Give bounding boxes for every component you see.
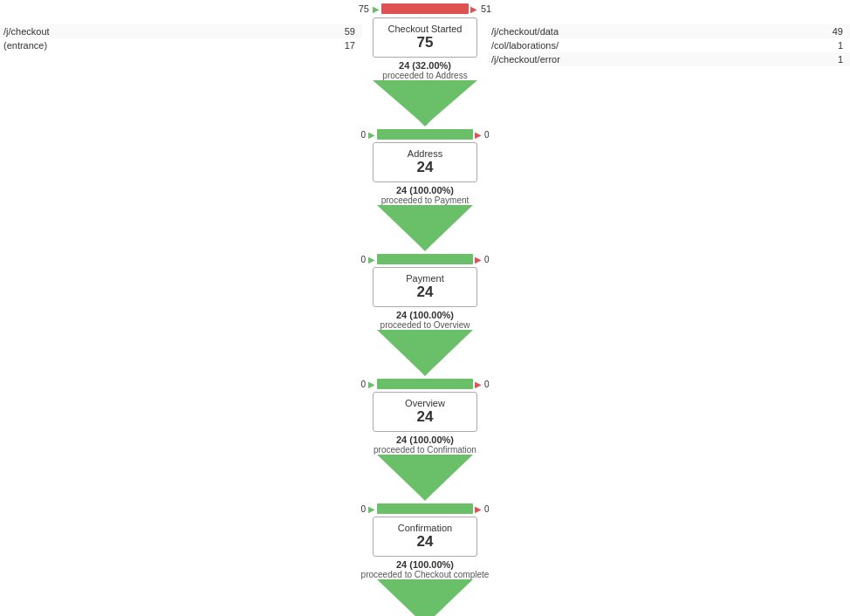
svg-marker-3 (418, 244, 432, 251)
proceed-to: proceeded to Checkout complete (259, 570, 591, 579)
progress-bar (377, 129, 473, 140)
bar-right-count: 0 (484, 130, 490, 140)
proceed-text: 24 (100.00%) proceeded to Overview (259, 310, 591, 330)
step-name: Address (387, 148, 463, 159)
proceed-to: proceeded to Confirmation (259, 445, 591, 455)
step-count: 24 (387, 533, 463, 551)
step-box: Confirmation 24 (373, 517, 477, 557)
source-path: /j/checkout (0, 24, 258, 38)
funnel-shape (377, 455, 473, 501)
bar-left-count: 0 (360, 380, 366, 389)
svg-marker-4 (377, 330, 473, 369)
bar-left-count: 0 (360, 130, 366, 140)
bar-left-arrow-icon: ▶ (368, 380, 375, 389)
stage-payment: Payment 24 (259, 267, 591, 307)
progress-bar (377, 503, 473, 514)
svg-marker-1 (418, 120, 432, 127)
proceed-to: proceeded to Payment (259, 195, 591, 205)
proceed-to: proceeded to Overview (259, 320, 591, 330)
bar-right-arrow-icon: ▶ (475, 380, 482, 389)
step-count: 75 (387, 34, 463, 51)
svg-marker-0 (373, 80, 477, 120)
proceed-to: proceeded to Address (259, 71, 591, 80)
bar-row: 0 ▶ ▶ 0 (259, 129, 591, 140)
proceed-count: 24 (100.00%) (259, 559, 591, 570)
top-right-count: 51 (481, 3, 491, 14)
bar-right-count: 0 (484, 380, 490, 389)
stage-confirmation: Confirmation 24 (259, 517, 591, 557)
svg-marker-7 (418, 494, 432, 501)
proceed-text: 24 (100.00%) proceeded to Confirmation (259, 435, 591, 455)
dest-count: 1 (771, 52, 850, 66)
step-box: Payment 24 (373, 267, 477, 307)
step-count: 24 (387, 408, 463, 426)
bar-left-arrow-icon: ▶ (368, 130, 375, 140)
step-box: Overview 24 (373, 392, 477, 432)
svg-marker-8 (377, 579, 473, 616)
top-right-arrow: ▶ (470, 4, 477, 14)
step-name: Payment (387, 273, 463, 284)
funnel-shape (377, 330, 473, 376)
svg-marker-6 (377, 455, 473, 494)
proceed-count: 24 (100.00%) (259, 310, 591, 320)
progress-bar (377, 379, 473, 389)
bar-left-arrow-icon: ▶ (368, 504, 375, 514)
proceed-count: 24 (100.00%) (259, 435, 591, 445)
step-count: 24 (387, 284, 463, 301)
bar-right-arrow-icon: ▶ (475, 130, 482, 140)
bar-right-count: 0 (484, 255, 490, 264)
step-name: Confirmation (387, 523, 463, 533)
bar-row: 0 ▶ ▶ 0 (259, 254, 591, 264)
step-box: Address 24 (373, 142, 477, 182)
bar-row: 0 ▶ ▶ 0 (259, 379, 591, 389)
step-count: 24 (387, 159, 463, 176)
step-name: Checkout Started (387, 24, 463, 34)
bar-left-arrow-icon: ▶ (368, 255, 375, 264)
svg-marker-5 (418, 369, 432, 376)
step-name: Overview (387, 398, 463, 408)
stage-address: Address 24 (259, 142, 591, 182)
proceed-count: 24 (100.00%) (259, 185, 591, 195)
top-left-arrow: ▶ (373, 4, 380, 14)
bar-left-count: 0 (360, 504, 366, 514)
svg-marker-2 (377, 205, 473, 244)
top-bar-red (381, 3, 469, 14)
bar-row: 0 ▶ ▶ 0 (259, 503, 591, 514)
stage-overview: Overview 24 (259, 392, 591, 432)
source-path: (entrance) (0, 38, 258, 52)
progress-bar (377, 254, 473, 264)
proceed-text: 24 (32.00%) proceeded to Address (259, 60, 591, 80)
dest-count: 1 (771, 38, 850, 52)
stage-checkout-started: Checkout Started 75 (259, 17, 591, 58)
funnel-shape (377, 579, 473, 616)
top-bar-row: 75 ▶ ▶ 51 (259, 3, 591, 14)
funnel-shape (377, 205, 473, 251)
top-left-count: 75 (359, 3, 369, 14)
page-wrapper: /j/checkout59(entrance)17 /j/checkout/da… (0, 0, 850, 616)
proceed-text: 24 (100.00%) proceeded to Payment (259, 185, 591, 205)
dest-count: 49 (771, 24, 850, 38)
bar-right-count: 0 (484, 504, 490, 514)
funnel-shape (373, 80, 477, 127)
bar-left-count: 0 (360, 255, 366, 264)
bar-right-arrow-icon: ▶ (475, 255, 482, 264)
proceed-text: 24 (100.00%) proceeded to Checkout compl… (259, 559, 591, 579)
bar-right-arrow-icon: ▶ (475, 504, 482, 514)
step-box: Checkout Started 75 (373, 17, 477, 58)
proceed-count: 24 (32.00%) (259, 60, 591, 71)
